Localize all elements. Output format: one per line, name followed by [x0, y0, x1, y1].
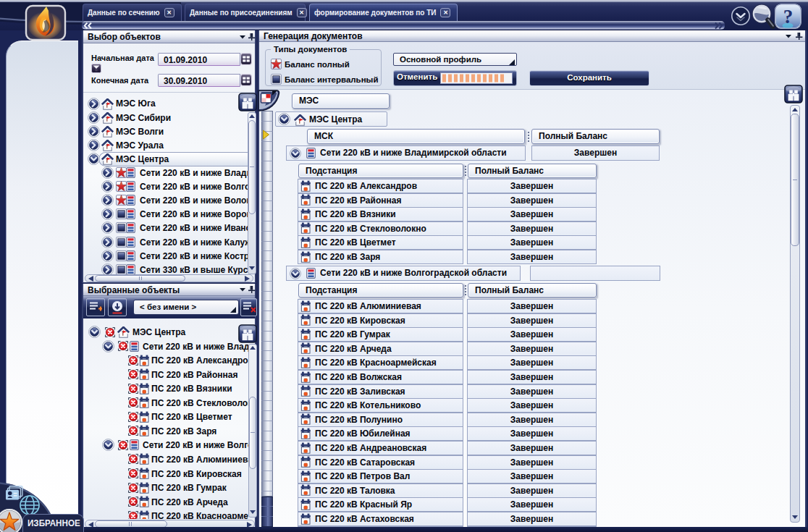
svg-text:?: ?: [783, 6, 794, 28]
